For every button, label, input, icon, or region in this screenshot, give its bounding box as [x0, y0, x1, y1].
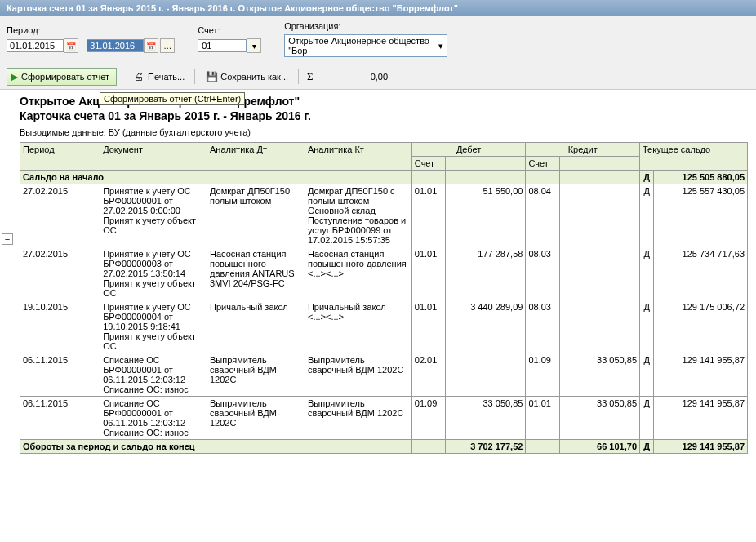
cell-document: Принятие к учету ОС БРФ00000001 от 27.02… [100, 184, 207, 247]
cell-period: 19.10.2015 [20, 300, 100, 353]
th-debit-sum [446, 157, 526, 171]
th-credit-sum [559, 157, 639, 171]
cell-balance: 129 141 955,87 [654, 397, 748, 440]
account-dropdown-icon[interactable]: ▾ [247, 38, 261, 53]
cell-period: 27.02.2015 [20, 247, 100, 300]
cell-dk: Д [640, 184, 654, 247]
org-select[interactable]: Открытое Акционерное общество "Бор ▾ [284, 34, 447, 57]
cell-period: 27.02.2015 [20, 184, 100, 247]
date-from-input[interactable] [7, 39, 64, 52]
table-row[interactable]: 27.02.2015 Принятие к учету ОС БРФ000000… [20, 247, 748, 300]
window-title: Карточка счета 01 за Январь 2015 г. - Ян… [7, 3, 458, 13]
table-row[interactable]: 06.11.2015 Списание ОС БРФ00000001 от 06… [20, 397, 748, 440]
account-label: Счет: [198, 25, 258, 35]
tooltip: Сформировать отчет (Ctrl+Enter) [100, 92, 245, 105]
cell-dk: Д [640, 300, 654, 353]
cell-analytics-k: Домкрат ДП50Г150 с полым штокомОсновной … [305, 184, 411, 247]
date-to-input[interactable] [87, 39, 144, 52]
opening-balance-row: Сальдо на начало Д 125 505 880,05 [20, 171, 748, 184]
cell-analytics-d: Насосная станция повышенного давления AN… [207, 247, 305, 300]
sigma-value: 0,00 [322, 72, 388, 82]
cell-period: 06.11.2015 [20, 397, 100, 440]
closing-dk: Д [640, 440, 654, 454]
th-document: Документ [100, 143, 207, 171]
cell-debit-acc: 02.01 [411, 353, 445, 397]
period-label: Период: [7, 25, 171, 35]
cell-credit-acc: 08.03 [526, 300, 559, 353]
cell-debit-sum: 177 287,58 [446, 247, 526, 300]
table-row[interactable]: 27.02.2015 Принятие к учету ОС БРФ000000… [20, 184, 748, 247]
closing-debit: 3 702 177,52 [446, 440, 526, 454]
printer-icon: 🖨 [132, 70, 145, 83]
th-period: Период [20, 143, 100, 171]
th-credit: Кредит [526, 143, 640, 157]
cell-debit-sum: 51 550,00 [446, 184, 526, 247]
date-dash: – [80, 41, 85, 51]
form-report-button[interactable]: ▶ Сформировать отчет [7, 68, 117, 86]
cell-debit-acc: 01.09 [411, 397, 445, 440]
opening-label: Сальдо на начало [20, 171, 412, 184]
cell-credit-acc: 01.09 [526, 353, 559, 397]
cell-document: Принятие к учету ОС БРФ00000004 от 19.10… [100, 300, 207, 353]
floppy-icon: 💾 [205, 70, 218, 83]
cell-balance: 125 557 430,05 [654, 184, 748, 247]
opening-dk: Д [640, 171, 654, 184]
calendar-from-icon[interactable]: 📅 [64, 38, 78, 53]
cell-credit-sum: 33 050,85 [559, 353, 639, 397]
org-value: Открытое Акционерное общество "Бор [288, 36, 438, 56]
cell-document: Принятие к учету ОС БРФ00000003 от 27.02… [100, 247, 207, 300]
form-report-label: Сформировать отчет [21, 72, 109, 82]
expand-toggle[interactable]: − [2, 233, 13, 245]
period-extra-icon[interactable]: … [160, 38, 175, 53]
toolbar-separator [194, 69, 195, 84]
closing-balance-row: Обороты за период и сальдо на конец 3 70… [20, 440, 748, 454]
table-row[interactable]: 06.11.2015 Списание ОС БРФ00000001 от 06… [20, 353, 748, 397]
opening-balance: 125 505 880,05 [654, 171, 748, 184]
save-as-button[interactable]: 💾 Сохранить как... [200, 69, 293, 85]
cell-analytics-k: Выпрямитель сварочный ВДМ 1202С [305, 353, 411, 397]
account-input[interactable] [198, 39, 247, 52]
cell-credit-acc: 08.04 [526, 184, 559, 247]
cell-analytics-d: Причальный закол [207, 300, 305, 353]
report-subtitle: Выводимые данные: БУ (данные бухгалтерск… [20, 127, 748, 137]
cell-credit-sum [559, 300, 639, 353]
cell-balance: 129 141 955,87 [654, 353, 748, 397]
closing-credit: 66 101,70 [559, 440, 639, 454]
dropdown-icon: ▾ [438, 41, 443, 51]
calendar-to-icon[interactable]: 📅 [144, 38, 158, 53]
cell-credit-acc: 08.03 [526, 247, 559, 300]
report-table: Период Документ Аналитика Дт Аналитика К… [20, 142, 748, 454]
cell-debit-sum: 33 050,85 [446, 397, 526, 440]
sigma-icon[interactable]: Σ [304, 70, 317, 83]
save-as-label: Сохранить как... [220, 72, 288, 82]
cell-credit-sum [559, 184, 639, 247]
print-button[interactable]: 🖨 Печать... [127, 69, 189, 85]
cell-credit-sum: 33 050,85 [559, 397, 639, 440]
cell-credit-acc: 01.01 [526, 397, 559, 440]
cell-debit-acc: 01.01 [411, 300, 445, 353]
table-row[interactable]: 19.10.2015 Принятие к учету ОС БРФ000000… [20, 300, 748, 353]
th-analytics-k: Аналитика Кт [305, 143, 411, 171]
cell-debit-acc: 01.01 [411, 184, 445, 247]
cell-debit-sum: 3 440 289,09 [446, 300, 526, 353]
print-label: Печать... [148, 72, 185, 82]
th-credit-acc: Счет [526, 157, 559, 171]
cell-analytics-d: Выпрямитель сварочный ВДМ 1202С [207, 397, 305, 440]
report-title: Карточка счета 01 за Январь 2015 г. - Ян… [20, 109, 748, 122]
report-area: − Открытое Акционерное общество "Борремф… [0, 90, 756, 462]
cell-balance: 125 734 717,63 [654, 247, 748, 300]
th-debit-acc: Счет [411, 157, 445, 171]
closing-balance: 129 141 955,87 [654, 440, 748, 454]
window-title-bar: Карточка счета 01 за Январь 2015 г. - Ян… [0, 0, 756, 16]
cell-credit-sum [559, 247, 639, 300]
org-label: Организация: [284, 21, 444, 31]
cell-period: 06.11.2015 [20, 353, 100, 397]
cell-document: Списание ОС БРФ00000001 от 06.11.2015 12… [100, 397, 207, 440]
toolbar: ▶ Сформировать отчет 🖨 Печать... 💾 Сохра… [0, 64, 756, 90]
toolbar-separator [298, 69, 299, 84]
cell-analytics-d: Выпрямитель сварочный ВДМ 1202С [207, 353, 305, 397]
th-debit: Дебет [411, 143, 526, 157]
cell-analytics-d: Домкрат ДП50Г150 полым штоком [207, 184, 305, 247]
params-panel: Период: 📅 – 📅 … Счет: ▾ Организация: Отк… [0, 16, 756, 64]
cell-analytics-k: Насосная станция повышенного давления<..… [305, 247, 411, 300]
